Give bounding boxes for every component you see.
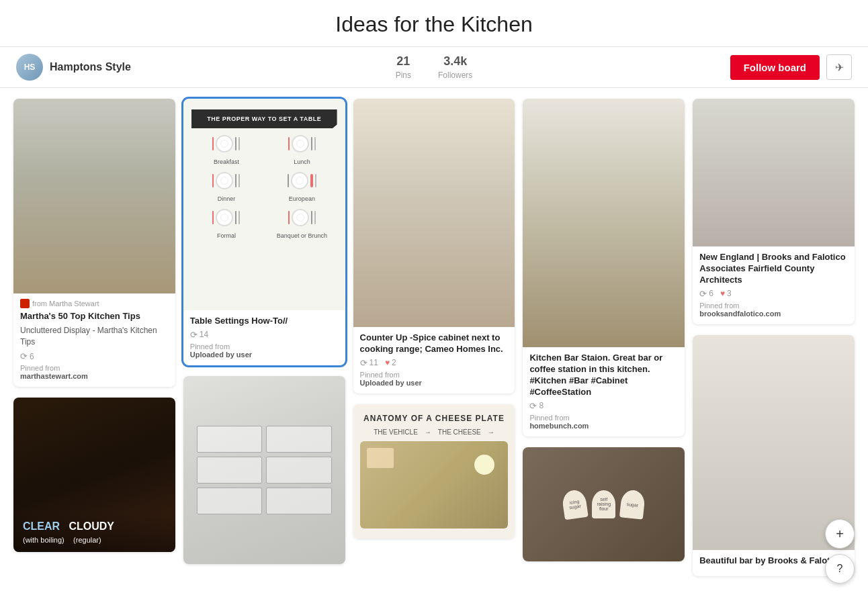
pin-image: icing sugar self raising flour sugar <box>523 447 685 561</box>
pin-image <box>693 335 855 550</box>
pin-card[interactable]: Kitchen Bar Staion. Great bar or coffee … <box>523 99 685 437</box>
pin-desc: Uncluttered Display - Martha's Kitchen T… <box>20 325 169 348</box>
follow-button[interactable]: Follow board <box>730 55 820 80</box>
pin-image <box>693 99 855 246</box>
help-icon: ? <box>837 563 843 575</box>
pin-image: ANATOMY OF A CHEESE PLATE THE VEHICLE → … <box>353 404 515 539</box>
plus-icon: + <box>836 526 844 542</box>
ts-european: European <box>267 172 337 203</box>
pin-meta: ⟳ 14 <box>190 330 339 340</box>
pin-card[interactable]: Counter Up -Spice cabinet next to cookin… <box>353 99 515 394</box>
fab-help-button[interactable]: ? <box>825 554 855 584</box>
page-title: Ideas for the Kitchen <box>0 12 868 37</box>
pin-body: New England | Brooks and Falotico Associ… <box>693 246 855 324</box>
ts-dinner: Dinner <box>191 172 261 203</box>
repin-count: 8 <box>539 401 544 410</box>
pin-hearts: ♥ 3 <box>720 289 732 298</box>
pin-from-label: Pinned from <box>360 371 509 379</box>
send-icon: ✈ <box>835 61 844 74</box>
pin-body: Counter Up -Spice cabinet next to cookin… <box>353 327 515 394</box>
pin-from-url: homebunch.com <box>529 422 678 430</box>
board-owner[interactable]: HS Hamptons Style <box>16 54 131 81</box>
pin-meta: ⟳ 8 <box>529 401 678 411</box>
ts-breakfast: Breakfast <box>191 135 261 167</box>
pin-body: from Martha Stewart Martha's 50 Top Kitc… <box>13 293 175 387</box>
pins-stat: 21 Pins <box>396 54 411 81</box>
cheese-plate-title: ANATOMY OF A CHEESE PLATE <box>363 414 505 423</box>
pin-overlay-text: CLEAR CLOUDY (with boiling) (regular) <box>23 520 166 545</box>
drawer-content <box>183 376 345 564</box>
heart-count: 3 <box>727 289 732 298</box>
send-button[interactable]: ✈ <box>826 54 852 80</box>
pin-card[interactable]: CLEAR CLOUDY (with boiling) (regular) <box>13 398 175 552</box>
fab-container: + ? <box>825 519 855 584</box>
ts-lunch: Lunch <box>267 135 337 167</box>
table-setting-grid: Breakfast Lunch <box>191 135 337 240</box>
pin-from-label: Pinned from <box>190 342 339 351</box>
pin-from-url: Uploaded by user <box>360 379 509 387</box>
pin-source: from Martha Stewart <box>20 299 169 308</box>
pin-card[interactable] <box>183 376 345 564</box>
pin-from-label: Pinned from <box>529 414 678 422</box>
pin-title: New England | Brooks and Falotico Associ… <box>699 252 848 286</box>
repin-icon: ⟳ <box>190 330 198 340</box>
pin-hearts: ♥ 2 <box>385 358 396 367</box>
pin-title: Table Settings How-To// <box>190 316 339 327</box>
avatar: HS <box>16 54 43 81</box>
pin-meta: ⟳ 6 ♥ 3 <box>699 289 848 299</box>
avatar-image: HS <box>16 54 43 81</box>
pin-image <box>523 99 685 347</box>
cheese-plate-labels: THE VEHICLE → THE CHEESE → <box>374 428 494 436</box>
board-bar: HS Hamptons Style 21 Pins 3.4k Followers… <box>0 47 868 88</box>
pin-image: THE PROPER WAY TO SET A TABLE Breakfast <box>183 99 345 310</box>
repin-count: 11 <box>370 358 378 367</box>
avatar-initials: HS <box>24 62 36 72</box>
pin-title: Counter Up -Spice cabinet next to cookin… <box>360 332 509 355</box>
pin-from-url: Uploaded by user <box>190 351 339 359</box>
pin-card[interactable]: from Martha Stewart Martha's 50 Top Kitc… <box>13 99 175 387</box>
pin-repins: ⟳ 14 <box>190 330 208 340</box>
source-icon <box>20 299 30 308</box>
page-header: Ideas for the Kitchen <box>0 0 868 47</box>
gift-tags: icing sugar self raising flour sugar <box>563 490 644 518</box>
table-setting-banner: THE PROPER WAY TO SET A TABLE <box>191 109 337 128</box>
pins-label: Pins <box>396 71 411 80</box>
pin-from-url: marthastewart.com <box>20 372 169 380</box>
pin-card[interactable]: icing sugar self raising flour sugar <box>523 447 685 561</box>
pin-from-label: Pinned from <box>699 302 848 310</box>
heart-count: 2 <box>392 358 396 367</box>
pin-image <box>353 99 515 327</box>
repin-count: 6 <box>709 289 713 298</box>
pin-image <box>183 376 345 564</box>
pin-meta: ⟳ 11 ♥ 2 <box>360 358 509 368</box>
pin-card[interactable]: ANATOMY OF A CHEESE PLATE THE VEHICLE → … <box>353 404 515 539</box>
board-stats: 21 Pins 3.4k Followers <box>396 54 473 81</box>
pin-card[interactable]: New England | Brooks and Falotico Associ… <box>693 99 855 324</box>
pin-source-text: from Martha Stewart <box>32 300 99 308</box>
pin-repins: ⟳ 8 <box>529 401 544 411</box>
board-name: Hamptons Style <box>50 61 131 73</box>
repin-count: 14 <box>200 330 208 339</box>
heart-icon: ♥ <box>720 289 725 298</box>
ts-formal: Formal <box>191 209 261 240</box>
repin-count: 6 <box>30 352 34 361</box>
followers-stat: 3.4k Followers <box>438 54 472 81</box>
pins-grid: from Martha Stewart Martha's 50 Top Kitc… <box>0 88 868 597</box>
cheese-plate-image <box>360 441 509 529</box>
pin-title: Martha's 50 Top Kitchen Tips <box>20 311 169 322</box>
pin-body: Kitchen Bar Staion. Great bar or coffee … <box>523 347 685 437</box>
board-actions: Follow board ✈ <box>730 54 852 80</box>
repin-icon: ⟳ <box>699 289 707 299</box>
pins-count: 21 <box>396 54 411 68</box>
pin-image <box>13 99 175 293</box>
pin-card-selected[interactable]: THE PROPER WAY TO SET A TABLE Breakfast <box>183 99 345 365</box>
pin-from-label: Pinned from <box>20 364 169 372</box>
fab-plus-button[interactable]: + <box>825 519 855 549</box>
repin-icon: ⟳ <box>529 401 537 411</box>
pin-image: CLEAR CLOUDY (with boiling) (regular) <box>13 398 175 552</box>
pin-from-url: brooksandfalotico.com <box>699 310 848 318</box>
heart-icon: ♥ <box>385 358 390 367</box>
followers-label: Followers <box>438 71 472 80</box>
pin-body: Table Settings How-To// ⟳ 14 Pinned from… <box>183 310 345 365</box>
pin-meta: ⟳ 6 <box>20 351 169 361</box>
